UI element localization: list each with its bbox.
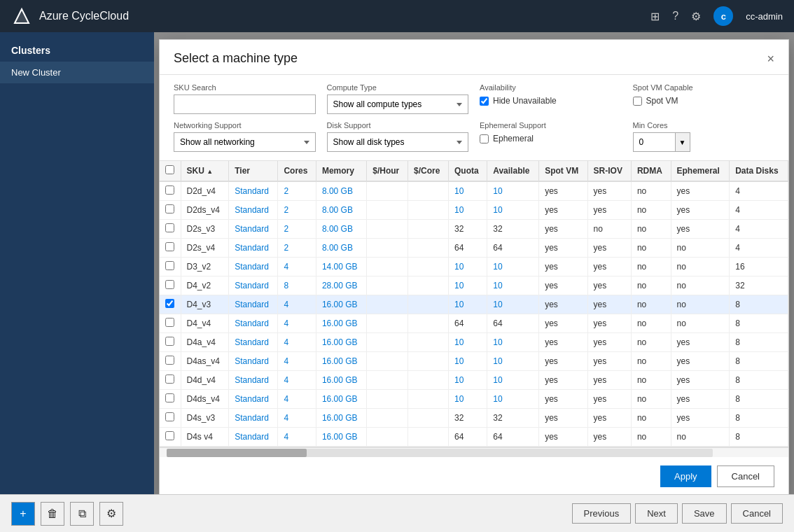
ephemeral-checkbox[interactable]: [480, 134, 489, 144]
table-row[interactable]: D3_v2 Standard 4 14.00 GB 10 10 yes yes …: [160, 258, 788, 276]
row-checkbox[interactable]: [165, 204, 174, 214]
row-checkbox-cell[interactable]: [160, 371, 181, 390]
table-row[interactable]: D4d_v4 Standard 4 16.00 GB 10 10 yes yes…: [160, 371, 788, 390]
min-cores-dropdown-button[interactable]: ▼: [675, 132, 690, 152]
table-row[interactable]: D4s_v3 Standard 4 16.00 GB 32 32 yes yes…: [160, 409, 788, 428]
select-all-checkbox[interactable]: [165, 165, 174, 174]
row-checkbox-cell[interactable]: [160, 409, 181, 428]
copy-button[interactable]: ⧉: [70, 502, 94, 526]
row-checkbox-cell[interactable]: [160, 352, 181, 371]
col-cores[interactable]: Cores: [278, 161, 316, 181]
previous-button[interactable]: Previous: [572, 503, 632, 524]
row-checkbox[interactable]: [165, 374, 174, 384]
table-row[interactable]: D2d_v4 Standard 2 8.00 GB 10 10 yes yes …: [160, 181, 788, 201]
row-sr-iov: yes: [587, 295, 631, 314]
modal-cancel-button[interactable]: Cancel: [717, 465, 774, 487]
row-checkbox-cell[interactable]: [160, 390, 181, 409]
row-checkbox[interactable]: [165, 280, 174, 289]
row-checkbox-cell[interactable]: [160, 333, 181, 352]
row-checkbox-cell[interactable]: [160, 314, 181, 333]
compute-type-select[interactable]: Show all compute types Standard High Mem…: [327, 94, 469, 114]
row-checkbox[interactable]: [165, 337, 174, 346]
row-checkbox-cell[interactable]: [160, 428, 181, 447]
col-sku[interactable]: SKU: [181, 161, 229, 181]
row-ephemeral: yes: [671, 201, 730, 220]
settings-button[interactable]: ⚙: [99, 502, 123, 526]
azure-logo-icon: [11, 6, 32, 27]
table-row[interactable]: D4_v4 Standard 4 16.00 GB 64 64 yes yes …: [160, 314, 788, 333]
apply-button[interactable]: Apply: [660, 465, 711, 487]
table-row[interactable]: D4_v2 Standard 8 28.00 GB 10 10 yes yes …: [160, 276, 788, 295]
row-checkbox-cell[interactable]: [160, 201, 181, 220]
row-checkbox-cell[interactable]: [160, 276, 181, 295]
col-spot-vm[interactable]: Spot VM: [539, 161, 587, 181]
networking-support-select[interactable]: Show all networking Show networking Acce…: [174, 132, 316, 152]
table-row[interactable]: D4as_v4 Standard 4 16.00 GB 10 10 yes ye…: [160, 352, 788, 371]
col-memory[interactable]: Memory: [316, 161, 366, 181]
ephemeral-label[interactable]: Ephemeral: [493, 134, 534, 144]
row-per-core: [408, 258, 448, 276]
row-checkbox[interactable]: [165, 223, 174, 232]
table-row[interactable]: D2s_v4 Standard 2 8.00 GB 64 64 yes yes …: [160, 239, 788, 258]
cancel-button[interactable]: Cancel: [731, 503, 783, 524]
grid-icon[interactable]: ⊞: [650, 10, 660, 23]
gear-icon[interactable]: ⚙: [691, 10, 701, 23]
add-button[interactable]: +: [11, 502, 35, 526]
row-checkbox[interactable]: [165, 299, 174, 308]
row-memory: 8.00 GB: [316, 220, 366, 239]
row-quota: 10: [449, 258, 487, 276]
sidebar-item-new-cluster[interactable]: New Cluster: [0, 62, 154, 83]
row-checkbox-cell[interactable]: [160, 239, 181, 258]
table-row[interactable]: D4s v4 Standard 4 16.00 GB 64 64 yes yes…: [160, 428, 788, 447]
col-available[interactable]: Available: [487, 161, 539, 181]
help-icon[interactable]: ?: [672, 10, 678, 22]
col-tier[interactable]: Tier: [229, 161, 278, 181]
row-checkbox-cell[interactable]: [160, 181, 181, 201]
col-sr-iov[interactable]: SR-IOV: [587, 161, 631, 181]
hide-unavailable-label[interactable]: Hide Unavailable: [493, 96, 557, 106]
table-row[interactable]: D4_v3 Standard 4 16.00 GB 10 10 yes yes …: [160, 295, 788, 314]
spot-vm-label[interactable]: Spot VM: [646, 96, 678, 106]
row-per-hour: [367, 333, 408, 352]
save-button[interactable]: Save: [682, 503, 727, 524]
modal-close-button[interactable]: ×: [767, 52, 774, 65]
row-checkbox-cell[interactable]: [160, 220, 181, 239]
row-sku: D2s_v3: [181, 220, 229, 239]
disk-support-select[interactable]: Show all disk types SSD HDD: [327, 132, 469, 152]
min-cores-input[interactable]: [633, 132, 675, 152]
avatar[interactable]: c: [713, 6, 733, 26]
row-per-hour: [367, 409, 408, 428]
table-row[interactable]: D4ds_v4 Standard 4 16.00 GB 10 10 yes ye…: [160, 390, 788, 409]
col-per-core[interactable]: $/Core: [408, 161, 448, 181]
sku-search-input[interactable]: [174, 94, 316, 114]
col-per-hour[interactable]: $/Hour: [367, 161, 408, 181]
row-checkbox[interactable]: [165, 318, 174, 327]
col-rdma[interactable]: RDMA: [631, 161, 671, 181]
scrollbar-thumb[interactable]: [167, 449, 307, 457]
row-checkbox[interactable]: [165, 412, 174, 421]
col-data-disks[interactable]: Data Disks: [730, 161, 788, 181]
row-checkbox[interactable]: [165, 242, 174, 251]
row-memory: 16.00 GB: [316, 390, 366, 409]
row-checkbox[interactable]: [165, 431, 174, 440]
spot-vm-checkbox[interactable]: [633, 97, 642, 106]
row-checkbox[interactable]: [165, 261, 174, 270]
col-quota[interactable]: Quota: [449, 161, 487, 181]
table-row[interactable]: D2s_v3 Standard 2 8.00 GB 32 32 yes no n…: [160, 220, 788, 239]
col-ephemeral[interactable]: Ephemeral: [671, 161, 730, 181]
table-row[interactable]: D2ds_v4 Standard 2 8.00 GB 10 10 yes yes…: [160, 201, 788, 220]
row-checkbox[interactable]: [165, 186, 174, 195]
row-ephemeral: yes: [671, 390, 730, 409]
horizontal-scrollbar[interactable]: [160, 447, 788, 457]
row-rdma: no: [631, 314, 671, 333]
delete-button[interactable]: 🗑: [41, 502, 64, 526]
row-checkbox-cell[interactable]: [160, 258, 181, 276]
row-checkbox[interactable]: [165, 356, 174, 365]
hide-unavailable-checkbox[interactable]: [480, 97, 489, 106]
row-sr-iov: yes: [587, 428, 631, 447]
row-checkbox-cell[interactable]: [160, 295, 181, 314]
row-per-core: [408, 409, 448, 428]
row-checkbox[interactable]: [165, 393, 174, 402]
table-row[interactable]: D4a_v4 Standard 4 16.00 GB 10 10 yes yes…: [160, 333, 788, 352]
next-button[interactable]: Next: [635, 503, 678, 524]
